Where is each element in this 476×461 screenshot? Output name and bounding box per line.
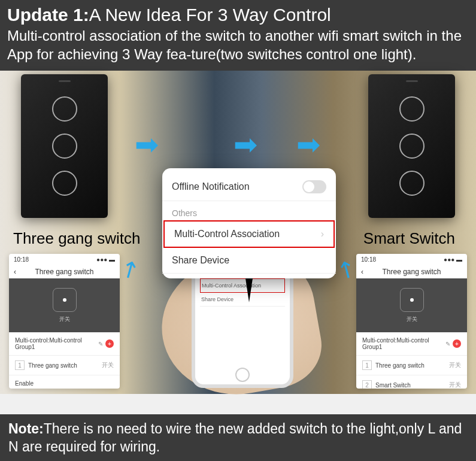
device-sub: 开关: [449, 361, 461, 369]
device-index: 1: [15, 360, 25, 370]
device-row[interactable]: 1 Three gang switch 开关: [9, 356, 120, 375]
toggle-off-icon[interactable]: [302, 180, 326, 193]
popup-multi-control-row[interactable]: Multi-Control Association ›: [163, 220, 335, 248]
switch-button-icon: [52, 171, 77, 196]
switch-button-icon: [52, 134, 77, 159]
switch-tile-label: 开关: [407, 316, 417, 323]
status-signal-icon: ●●● ▬: [96, 256, 115, 263]
header-title: Update 1:A New Idea For 3 Way Control: [7, 5, 469, 25]
arrow-right-icon: ➡: [135, 128, 159, 161]
status-time: 10:18: [361, 256, 376, 263]
left-app-screenshot: 10:18 ●●● ▬ ‹ Three gang switch 开关 Multi…: [9, 254, 120, 389]
switch-tile-icon: [400, 288, 424, 312]
center-row-multi: Multi-Control Association: [200, 278, 285, 293]
footer-text: There is no need to wire the new added s…: [8, 421, 462, 454]
popup-callout-tail: [245, 278, 253, 302]
edit-icon[interactable]: ✎: [445, 341, 450, 347]
right-switch-panel: [368, 74, 455, 218]
switch-button-icon: [399, 171, 425, 196]
header-description: Multi-control association of the switch …: [7, 26, 469, 63]
header-title-text: A New Idea For 3 Way Control: [89, 5, 331, 25]
switch-tile-icon: [53, 288, 77, 312]
device-name: Three gang switch: [28, 362, 77, 369]
status-bar: 10:18 ●●● ▬: [9, 254, 120, 265]
center-row-share: Share Device: [200, 293, 285, 307]
app-title-bar: ‹ Three gang switch: [356, 265, 467, 278]
add-button-icon[interactable]: +: [105, 339, 114, 348]
multi-control-group-row[interactable]: Multi-control:Multi-control Group1 ✎ +: [356, 332, 467, 356]
left-switch-label: Three gang switch: [13, 229, 140, 248]
multi-control-group-row[interactable]: Multi-control:Multi-control Group1 ✎ +: [9, 332, 120, 356]
arrow-right-icon: ➡: [234, 128, 257, 161]
popup-others-header: Others: [162, 201, 336, 220]
right-app-screenshot: 10:18 ●●● ▬ ‹ Three gang switch 开关 Multi…: [356, 254, 467, 389]
switch-button-icon: [399, 96, 425, 122]
back-chevron-icon[interactable]: ‹: [361, 268, 363, 276]
device-name: Three gang switch: [375, 362, 425, 369]
add-button-icon[interactable]: +: [453, 339, 461, 348]
device-index: 1: [362, 360, 372, 370]
switch-tile-label: 开关: [59, 316, 70, 323]
device-row-1[interactable]: 1 Three gang switch 开关: [356, 356, 467, 375]
popup-multi-label: Multi-Control Association: [174, 229, 280, 239]
header-banner: Update 1:A New Idea For 3 Way Control Mu…: [0, 0, 476, 71]
footer-note: Note:There is no need to wire the new ad…: [0, 414, 476, 461]
header-prefix: Update 1:: [7, 5, 89, 25]
device-sub: 开关: [102, 361, 114, 369]
app-title-bar: ‹ Three gang switch: [9, 265, 120, 278]
app-title-text: Three gang switch: [35, 268, 93, 276]
popup-offline-label: Offline Notification: [172, 181, 250, 192]
enable-label: Enable: [15, 380, 34, 387]
multi-control-label: Multi-control:Multi-control Group1: [362, 337, 445, 350]
main-diagram: Three gang switch Smart Switch ➡ ➡ ➡ ↗ ↖…: [0, 71, 476, 394]
status-signal-icon: ●●● ▬: [444, 256, 462, 263]
device-row-2[interactable]: 2 Smart Switch 开关: [356, 375, 467, 389]
status-bar: 10:18 ●●● ▬: [356, 254, 467, 265]
app-switch-preview: 开关: [9, 278, 120, 332]
chevron-right-icon: ›: [321, 229, 324, 239]
right-switch-label: Smart Switch: [363, 229, 455, 248]
switch-button-icon: [52, 96, 77, 122]
multi-control-label: Multi-control:Multi-control Group1: [15, 337, 98, 350]
popup-offline-row[interactable]: Offline Notification: [162, 173, 336, 201]
device-name: Smart Switch: [375, 382, 411, 389]
switch-button-icon: [399, 134, 425, 159]
left-switch-panel: [21, 74, 108, 218]
settings-popup: Offline Notification Others Multi-Contro…: [162, 168, 336, 278]
popup-share-row[interactable]: Share Device: [162, 248, 336, 274]
arrow-right-icon: ➡: [296, 128, 320, 161]
device-sub: 开关: [449, 381, 461, 389]
popup-share-label: Share Device: [172, 255, 229, 266]
device-index: 2: [362, 380, 372, 389]
enable-row[interactable]: Enable: [9, 375, 120, 389]
footer-prefix: Note:: [8, 421, 44, 436]
app-switch-preview: 开关: [356, 278, 467, 332]
app-title-text: Three gang switch: [382, 268, 441, 276]
phone-home-button-icon: [235, 368, 250, 382]
back-chevron-icon[interactable]: ‹: [14, 268, 16, 276]
status-time: 10:18: [14, 256, 29, 263]
edit-icon[interactable]: ✎: [98, 341, 103, 347]
